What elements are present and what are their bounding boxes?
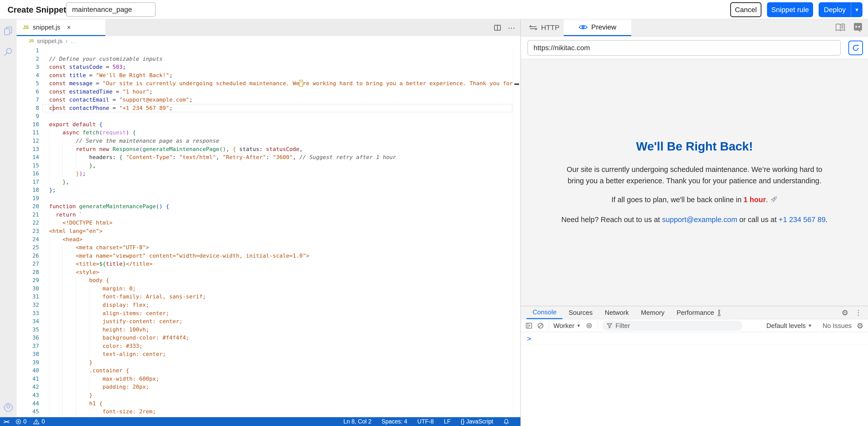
console-filter-input[interactable]: Filter (602, 321, 742, 331)
code-line[interactable]: 27 <title>${title}</title> (17, 260, 513, 268)
more-actions-icon[interactable]: ⋯ (508, 24, 515, 32)
code-line[interactable]: 39 } (17, 359, 513, 367)
console-output[interactable]: > (521, 333, 868, 426)
code-line[interactable]: 7const contactEmail = "support@example.c… (17, 96, 513, 104)
code-line[interactable]: 18}; (17, 186, 513, 194)
deploy-button[interactable]: Deploy (818, 2, 851, 17)
code-line[interactable]: 32 display: flex; (17, 301, 513, 309)
docs-book-icon[interactable] (835, 24, 845, 32)
code-line[interactable]: 28 <style> (17, 268, 513, 277)
code-line[interactable]: 17 }, (17, 178, 513, 186)
code-line[interactable]: 4const title = "We'll Be Right Back!"; (17, 71, 513, 80)
code-line[interactable]: 26 <meta name="viewport" content="width=… (17, 252, 513, 260)
devtools-panel: Console Sources Network Memory Performan… (521, 306, 868, 426)
code-line[interactable]: 22 <!DOCTYPE html> (17, 219, 513, 227)
close-icon[interactable]: × (67, 24, 71, 31)
code-line[interactable]: 33 align-items: center; (17, 309, 513, 318)
tab-http[interactable]: HTTP (526, 20, 564, 36)
tab-snippet-js[interactable]: JS snippet.js × (17, 20, 105, 36)
refresh-button[interactable] (848, 40, 863, 55)
kebab-menu-icon[interactable]: ⋮ (855, 309, 862, 317)
code-line[interactable]: 36 background-color: #f4f4f4; (17, 334, 513, 342)
discord-icon[interactable] (852, 23, 863, 32)
code-line[interactable]: 5const message = "Our site is currently … (17, 79, 513, 88)
tab-preview[interactable]: Preview (564, 20, 631, 36)
editor-scrollbar[interactable] (513, 46, 520, 417)
code-line[interactable]: 44 h1 { (17, 400, 513, 408)
devtools-settings-icon[interactable]: ⚙ (842, 308, 848, 317)
console-settings-icon[interactable]: ⚙ (857, 321, 864, 330)
language-mode[interactable]: {} JavaScript (461, 418, 493, 425)
search-icon[interactable] (3, 47, 13, 57)
code-line[interactable]: 2// Define your customizable inputs (17, 55, 513, 63)
tab-memory[interactable]: Memory (635, 306, 671, 319)
issues-counter[interactable]: No Issues (823, 322, 851, 330)
code-line[interactable]: 42 padding: 20px; (17, 383, 513, 391)
code-line[interactable]: 12 // Serve the maintenance page as a re… (17, 137, 513, 145)
code-line[interactable]: 13 return new Response(generateMaintenan… (17, 145, 513, 153)
code-line[interactable]: 11 async fetch(request) { (17, 129, 513, 137)
encoding[interactable]: UTF-8 (417, 418, 434, 425)
maintenance-message: Our site is currently undergoing schedul… (560, 164, 829, 187)
cancel-button[interactable]: Cancel (730, 2, 762, 17)
live-expression-eye-icon[interactable] (585, 323, 593, 329)
tab-sources[interactable]: Sources (562, 306, 598, 319)
snippet-rule-button[interactable]: Snippet rule (767, 2, 813, 17)
code-line[interactable]: 21 return ` (17, 211, 513, 219)
console-sidebar-toggle-icon[interactable] (525, 322, 532, 329)
support-email-link[interactable]: support@example.com (662, 216, 737, 224)
indentation[interactable]: Spaces: 4 (382, 418, 407, 425)
code-line[interactable]: 20function generateMaintenancePage() { (17, 202, 513, 211)
activity-bar (0, 20, 17, 417)
code-line[interactable]: 37 color: #333; (17, 342, 513, 350)
tab-performance[interactable]: Performance (671, 306, 728, 319)
code-line[interactable]: 19 (17, 194, 513, 203)
cursor-position[interactable]: Ln 8, Col 2 (343, 418, 371, 425)
deploy-caret-button[interactable]: ▾ (851, 2, 863, 17)
breadcrumb[interactable]: JS snippet.js › … (17, 36, 520, 46)
code-line[interactable]: 23<html lang="en"> (17, 227, 513, 235)
pane-divider[interactable] (520, 20, 521, 426)
breadcrumb-more[interactable]: … (70, 37, 76, 45)
code-line[interactable]: 25 <meta charset="UTF-8"> (17, 244, 513, 252)
code-line[interactable]: 16 }); (17, 170, 513, 178)
breadcrumb-file[interactable]: snippet.js (37, 37, 62, 45)
code-line[interactable]: 1 (17, 47, 513, 55)
context-selector[interactable]: Worker▼ (553, 322, 581, 330)
console-prompt-icon[interactable]: > (527, 335, 531, 343)
tab-network[interactable]: Network (599, 306, 635, 319)
code-line[interactable]: 24 <head> (17, 235, 513, 244)
code-line[interactable]: 30 margin: 0; (17, 285, 513, 293)
code-line[interactable]: 8const contactPhone = "+1 234 567 89"; (17, 104, 513, 112)
url-input[interactable] (527, 40, 841, 56)
code-line[interactable]: 15 }, (17, 162, 513, 170)
remote-indicator-icon[interactable]: >< (3, 419, 9, 425)
code-line[interactable]: 45 font-size: 2rem; (17, 407, 513, 416)
code-line[interactable]: 38 text-align: center; (17, 350, 513, 359)
code-line[interactable]: 9 (17, 112, 513, 120)
notifications-bell-icon[interactable] (503, 419, 509, 425)
log-levels-selector[interactable]: Default levels▼ (767, 322, 812, 330)
code-line[interactable]: 29 body { (17, 276, 513, 285)
problems-warnings[interactable]: 0 (33, 418, 45, 425)
code-line[interactable]: 41 max-width: 600px; (17, 375, 513, 383)
phone-link[interactable]: +1 234 567 89 (779, 216, 826, 224)
problems-errors[interactable]: 0 (16, 418, 27, 425)
code-line[interactable]: 31 font-family: Arial, sans-serif; (17, 293, 513, 301)
code-line[interactable]: 34 justify-content: center; (17, 317, 513, 326)
snippet-name-input[interactable] (66, 2, 156, 17)
code-line[interactable]: 35 height: 100vh; (17, 326, 513, 334)
code-line[interactable]: 40 .container { (17, 367, 513, 375)
code-line[interactable]: 3const statusCode = 503; (17, 63, 513, 71)
files-icon[interactable] (3, 26, 13, 36)
code-line[interactable]: 10export default { (17, 120, 513, 129)
clear-console-icon[interactable] (537, 322, 544, 329)
code-line[interactable]: 43 } (17, 391, 513, 400)
tab-console[interactable]: Console (526, 306, 562, 319)
settings-gear-icon[interactable] (3, 402, 13, 411)
code-line[interactable]: 14 headers: { "Content-Type": "text/html… (17, 153, 513, 162)
code-line[interactable]: 6const estimatedTime = "1 hour"; (17, 88, 513, 96)
split-editor-icon[interactable] (494, 24, 501, 31)
code-editor[interactable]: 12// Define your customizable inputs3con… (17, 46, 513, 417)
eol-type[interactable]: LF (444, 418, 451, 425)
